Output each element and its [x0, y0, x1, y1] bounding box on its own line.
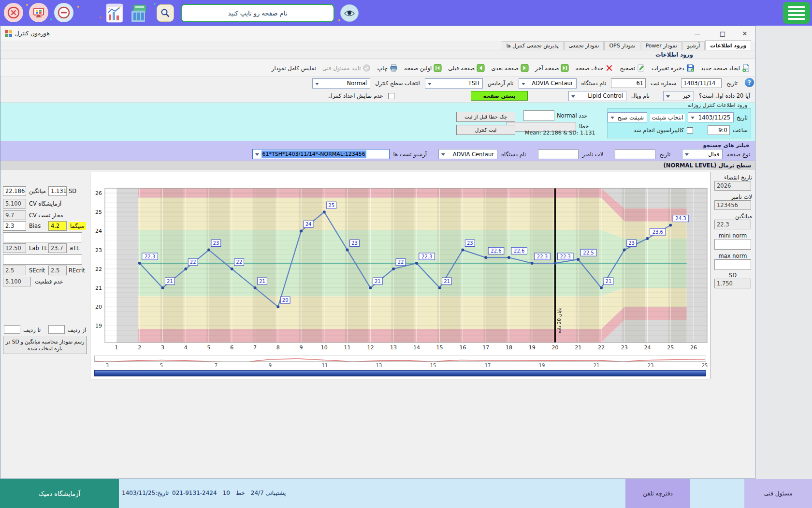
minimize-button[interactable]: — — [689, 28, 706, 39]
reg-no-input[interactable]: 61 — [611, 78, 646, 88]
launcher-search-button[interactable] — [157, 4, 174, 22]
cv-lab-input[interactable]: 5.100 — [3, 199, 26, 209]
calibration-checkbox[interactable] — [687, 127, 693, 134]
launcher-columns-shortcut[interactable] — [130, 4, 149, 23]
recrit-label: REcrit — [69, 267, 85, 274]
close-button[interactable]: ✕ — [737, 28, 753, 39]
chart-scrollbar[interactable] — [94, 370, 706, 376]
archive-combo[interactable]: 61*TSH*1403/11/14*-NORMAL:123456 — [252, 149, 390, 159]
launcher-screen-button[interactable] — [29, 3, 48, 22]
panel-lot-input[interactable]: 123456 — [714, 200, 751, 210]
panel-sd-input[interactable]: 1.750 — [714, 279, 751, 288]
filter-lot-input[interactable] — [538, 149, 579, 159]
tab-power-chart[interactable]: نمودار Power — [641, 41, 682, 50]
mean-input[interactable]: 22.186 — [3, 186, 26, 196]
launcher-minimize-button[interactable] — [54, 3, 73, 22]
last-page-button[interactable]: صفحه آخر — [535, 64, 569, 72]
launcher-close-button[interactable] — [4, 3, 23, 22]
svg-text:22: 22 — [190, 259, 196, 265]
tech-manager-label: مسئول فنی — [764, 490, 793, 497]
page-type-combo[interactable]: فعال — [682, 149, 723, 159]
panel-mean-input[interactable]: 22.3 — [714, 220, 751, 229]
lab-te-input[interactable]: 12.50 — [3, 243, 26, 253]
to-row-input[interactable] — [4, 325, 20, 334]
shift-combo[interactable]: شیفت صبح — [608, 112, 647, 122]
phonebook-button[interactable]: دفترچه تلفن — [625, 479, 690, 508]
save-changes-button[interactable]: ذخیره تغییرات — [652, 64, 695, 72]
time-input[interactable]: 9:0 — [708, 125, 730, 135]
secrit-input[interactable]: 2.5 — [3, 266, 26, 275]
range-tick: 17 — [483, 363, 493, 368]
control-value-input[interactable] — [523, 110, 554, 121]
control-level-combo[interactable]: Normal — [312, 78, 370, 89]
svg-text:25: 25 — [667, 344, 674, 351]
svg-text:8: 8 — [276, 344, 280, 351]
sd-input[interactable]: 1.131 — [48, 186, 67, 196]
svg-text:22.5: 22.5 — [583, 250, 594, 255]
test-combo[interactable]: TSH — [425, 78, 483, 89]
secrit-value: 2.5 — [5, 267, 14, 274]
new-page-button[interactable]: ایجاد صفحه جدید — [701, 64, 750, 72]
submit-control-button[interactable]: ثبت کنترل — [456, 125, 515, 135]
launcher-eye-button[interactable] — [340, 4, 359, 22]
show-full-chart-button[interactable]: نمایش کامل نمودار — [272, 65, 316, 72]
previous-page-button[interactable]: صفحه قبلی — [448, 64, 485, 72]
svg-text:17: 17 — [482, 344, 489, 351]
launcher-chart-shortcut[interactable] — [103, 2, 126, 24]
mini-norm-input[interactable] — [714, 239, 751, 250]
device-combo[interactable]: ADVIA Centaur — [519, 78, 577, 89]
search-filters-section: فیلتر های جستجو نوع صفحه فعال تاریخ لات … — [0, 141, 755, 161]
filter-date-input[interactable] — [615, 149, 655, 159]
bias-input[interactable]: 2.3 — [3, 221, 26, 231]
draw-range-chart-button[interactable]: رسم نمودار محاسبه میانگین و SD در بازه ا… — [3, 336, 87, 354]
svg-text:13: 13 — [390, 344, 397, 351]
daily-date-combo[interactable]: 1403/11/25 — [688, 112, 734, 122]
page-type-value: فعال — [708, 151, 719, 158]
cv-allowed-input[interactable]: 9.7 — [3, 210, 26, 220]
filter-device-combo[interactable]: ADVIA Centaur — [438, 149, 497, 159]
status-date: تاریخ:1403/11/25 — [122, 490, 169, 496]
correct-button[interactable]: تصحیح — [620, 64, 645, 72]
tech-manager-button[interactable]: مسئول فنی — [744, 479, 812, 508]
mini-norm-label: mini norm — [713, 232, 752, 239]
svg-text:4: 4 — [184, 344, 188, 351]
tab-data-entry[interactable]: ورود اطلاعات — [705, 40, 751, 50]
stats-extra-input-2[interactable] — [3, 254, 82, 265]
first20-combo[interactable]: خیر — [663, 91, 694, 101]
hide-numbers-checkbox[interactable] — [388, 93, 394, 99]
expiry-input[interactable]: 2026 — [714, 181, 751, 191]
check-error-button[interactable]: چک خطا قبل از ثبت — [456, 112, 515, 122]
date-value: 1403/11/14 — [683, 80, 715, 87]
close-icon — [6, 5, 21, 20]
first20-value: خیر — [682, 92, 691, 99]
tab-cumulative-chart[interactable]: نمودار تجمعی — [564, 41, 604, 50]
close-page-button[interactable]: بستن صفحه — [471, 91, 528, 101]
confetti-dot — [154, 3, 156, 5]
svg-text:23: 23 — [213, 240, 219, 246]
tab-archive[interactable]: آرشیو — [682, 41, 705, 50]
range-selector-ticks[interactable]: 35791113151719212325 — [94, 363, 706, 369]
sigma-input[interactable]: 4.2 — [48, 221, 67, 231]
delete-page-button[interactable]: حذف صفحه — [575, 64, 613, 72]
help-icon[interactable]: ? — [745, 78, 754, 87]
page-name-search-input[interactable] — [181, 4, 334, 22]
vial-combo[interactable]: Lipid Control — [568, 91, 626, 101]
stats-extra-input-1[interactable] — [3, 232, 82, 242]
date-input[interactable]: 1403/11/14 — [681, 78, 722, 88]
technical-approval-button[interactable]: تایید مسئول فنی — [322, 64, 371, 72]
maximize-button[interactable]: □ — [714, 28, 731, 39]
reg-no-value: 61 — [636, 80, 643, 87]
ate-input[interactable]: 23.7 — [48, 243, 67, 253]
chart-overview-strip[interactable] — [94, 356, 706, 362]
tab-ops-chart[interactable]: نمودار OPS — [604, 41, 640, 50]
max-norm-input[interactable] — [714, 259, 751, 270]
hide-numbers-label: عدم نمایش اعداد کنترل — [328, 92, 383, 99]
first-page-button[interactable]: اولین صفحه — [404, 64, 442, 72]
from-row-input[interactable] — [48, 325, 65, 334]
print-button[interactable]: چاپ — [377, 64, 397, 72]
tab-cumulative-acceptance[interactable]: پذیرش تجمعی کنترل ها — [502, 41, 564, 50]
recrit-input[interactable]: 2.5 — [48, 266, 67, 275]
uncertainty-input[interactable]: 5.100 — [3, 277, 31, 286]
launcher-menu-button[interactable] — [783, 2, 810, 24]
next-page-button[interactable]: صفحه بعدی — [491, 64, 529, 72]
